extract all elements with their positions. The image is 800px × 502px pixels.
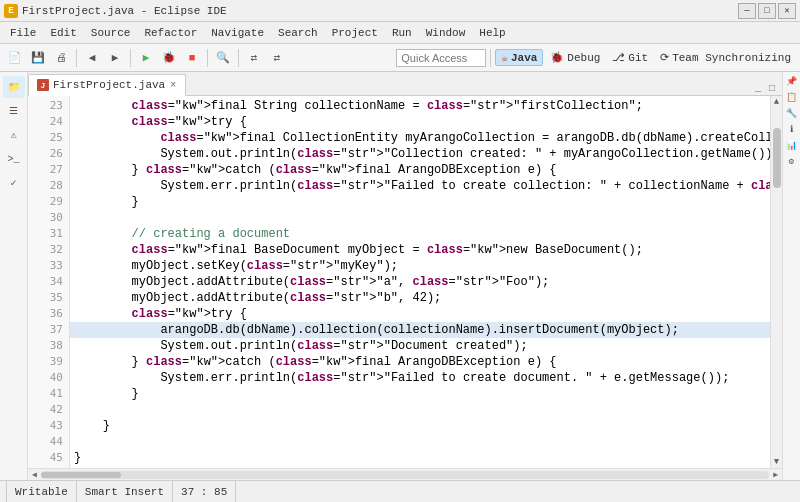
menu-navigate[interactable]: Navigate (205, 25, 270, 41)
editor-area: J FirstProject.java × _ □ 23242526272829… (28, 72, 782, 480)
code-editor[interactable]: 2324252627282930313233343536373839404142… (28, 96, 782, 468)
right-sidebar-icon-1[interactable]: 📌 (785, 74, 799, 88)
git-icon: ⎇ (612, 51, 625, 64)
toolbar-sep-2 (130, 49, 131, 67)
code-line: } (70, 418, 770, 434)
scroll-left-btn[interactable]: ◀ (30, 470, 39, 479)
new-button[interactable]: 📄 (4, 47, 26, 69)
menu-run[interactable]: Run (386, 25, 418, 41)
status-writable-label: Writable (15, 486, 68, 498)
scrollbar-thumb[interactable] (773, 128, 781, 188)
right-sidebar-icon-3[interactable]: 🔧 (785, 106, 799, 120)
toolbar-sep-qa (490, 49, 491, 67)
status-insert: Smart Insert (77, 481, 173, 502)
run-button[interactable]: ▶ (135, 47, 157, 69)
code-line (70, 402, 770, 418)
sync-label: Team Synchronizing (672, 52, 791, 64)
tab-minimize-btn[interactable]: _ (752, 82, 764, 95)
debug-button[interactable]: 🐞 (158, 47, 180, 69)
toolbar-search-group: 🔍 (212, 47, 234, 69)
tab-close-button[interactable]: × (169, 80, 177, 91)
left-sidebar: 📁 ☰ ⚠ >_ ✓ (0, 72, 28, 480)
editor-tabs: J FirstProject.java × _ □ (28, 72, 782, 96)
line-number: 36 (28, 306, 69, 322)
code-line: // creating a document (70, 226, 770, 242)
code-line: myObject.addAttribute(class="str">"b", 4… (70, 290, 770, 306)
h-scroll-track[interactable] (41, 471, 769, 479)
code-line: System.out.println(class="str">"Collecti… (70, 146, 770, 162)
app-icon: E (4, 4, 18, 18)
right-sidebar: 📌 📋 🔧 ℹ 📊 ⚙ (782, 72, 800, 480)
forward-button[interactable]: ▶ (104, 47, 126, 69)
debug-icon: 🐞 (550, 51, 564, 64)
line-number: 26 (28, 146, 69, 162)
menu-file[interactable]: File (4, 25, 42, 41)
scroll-right-btn[interactable]: ▶ (771, 470, 780, 479)
scroll-up-btn[interactable]: ▲ (773, 96, 780, 108)
tab-label: FirstProject.java (53, 79, 165, 91)
sidebar-console[interactable]: >_ (3, 148, 25, 170)
code-line: } class="kw">catch (class="kw">final Ara… (70, 162, 770, 178)
extra-btn1[interactable]: ⇄ (243, 47, 265, 69)
line-numbers: 2324252627282930313233343536373839404142… (28, 96, 70, 468)
debug-label: Debug (567, 52, 600, 64)
menu-refactor[interactable]: Refactor (138, 25, 203, 41)
toolbar-sep-1 (76, 49, 77, 67)
perspective-debug[interactable]: 🐞 Debug (545, 50, 605, 65)
minimize-button[interactable]: ─ (738, 3, 756, 19)
search-button[interactable]: 🔍 (212, 47, 234, 69)
h-scroll-thumb[interactable] (41, 472, 121, 478)
sidebar-package-explorer[interactable]: 📁 (3, 76, 25, 98)
status-position: 37 : 85 (173, 481, 236, 502)
menu-search[interactable]: Search (272, 25, 324, 41)
line-number: 33 (28, 258, 69, 274)
menu-help[interactable]: Help (473, 25, 511, 41)
close-button[interactable]: ✕ (778, 3, 796, 19)
perspective-java[interactable]: ☕ Java (495, 49, 543, 66)
code-line: class="kw">final BaseDocument myObject =… (70, 242, 770, 258)
horizontal-scrollbar[interactable]: ◀ ▶ (28, 468, 782, 480)
sidebar-outline[interactable]: ☰ (3, 100, 25, 122)
code-line (70, 466, 770, 468)
line-number: 44 (28, 434, 69, 450)
editor-tab-firstproject[interactable]: J FirstProject.java × (28, 74, 186, 96)
extra-btn2[interactable]: ⇄ (266, 47, 288, 69)
line-number: 29 (28, 194, 69, 210)
line-number: 35 (28, 290, 69, 306)
maximize-button[interactable]: □ (758, 3, 776, 19)
menu-source[interactable]: Source (85, 25, 137, 41)
scroll-down-btn[interactable]: ▼ (773, 456, 780, 468)
print-button[interactable]: 🖨 (50, 47, 72, 69)
menu-window[interactable]: Window (420, 25, 472, 41)
java-icon: ☕ (501, 51, 508, 64)
save-button[interactable]: 💾 (27, 47, 49, 69)
menu-bar: File Edit Source Refactor Navigate Searc… (0, 22, 800, 44)
scrollbar-track[interactable] (772, 108, 782, 456)
stop-button[interactable]: ■ (181, 47, 203, 69)
code-content[interactable]: class="kw">final String collectionName =… (70, 96, 770, 468)
title-bar-controls[interactable]: ─ □ ✕ (738, 3, 796, 19)
code-line: class="kw">try { (70, 114, 770, 130)
perspective-sync[interactable]: ⟳ Team Synchronizing (655, 50, 796, 65)
main-area: 📁 ☰ ⚠ >_ ✓ J FirstProject.java × _ □ 232… (0, 72, 800, 480)
code-line: System.err.println(class="str">"Failed t… (70, 370, 770, 386)
menu-project[interactable]: Project (326, 25, 384, 41)
back-button[interactable]: ◀ (81, 47, 103, 69)
line-number: 24 (28, 114, 69, 130)
toolbar-extra-group: ⇄ ⇄ (243, 47, 288, 69)
right-sidebar-icon-4[interactable]: ℹ (785, 122, 799, 136)
right-sidebar-icon-5[interactable]: 📊 (785, 138, 799, 152)
line-number: 45 (28, 450, 69, 466)
menu-edit[interactable]: Edit (44, 25, 82, 41)
tab-maximize-btn[interactable]: □ (766, 82, 778, 95)
toolbar-nav-group: ◀ ▶ (81, 47, 126, 69)
vertical-scrollbar[interactable]: ▲ ▼ (770, 96, 782, 468)
perspective-git[interactable]: ⎇ Git (607, 50, 653, 65)
sidebar-problems[interactable]: ⚠ (3, 124, 25, 146)
quick-access-input[interactable] (396, 49, 486, 67)
right-sidebar-icon-2[interactable]: 📋 (785, 90, 799, 104)
line-number: 42 (28, 402, 69, 418)
sidebar-tasks[interactable]: ✓ (3, 172, 25, 194)
right-sidebar-icon-6[interactable]: ⚙ (785, 154, 799, 168)
code-line: myObject.setKey(class="str">"myKey"); (70, 258, 770, 274)
